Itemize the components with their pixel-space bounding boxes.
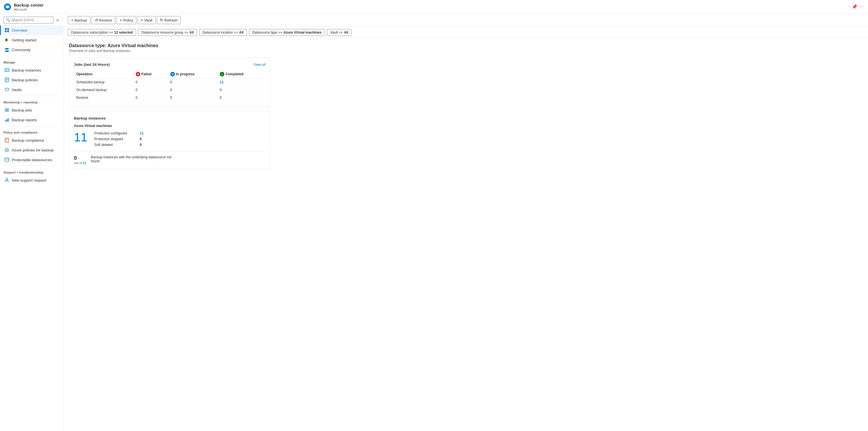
view-all-link[interactable]: View all — [254, 63, 266, 67]
col-completed: ✓ Completed — [217, 70, 266, 78]
sidebar-item-backup-reports[interactable]: Backup reports — [0, 115, 63, 125]
sidebar: 🔍 « Overview Getting started — [0, 14, 63, 431]
backup-button[interactable]: + Backup — [68, 16, 90, 24]
filter-subscription[interactable]: Datasource subscription == 12 selected — [68, 29, 136, 36]
toolbar: + Backup ↺ Restore + Policy + Vault ↻ — [63, 14, 868, 27]
sidebar-item-getting-started[interactable]: Getting started — [0, 35, 63, 45]
sidebar-item-overview[interactable]: Overview — [0, 25, 63, 35]
policy-divider — [3, 126, 60, 126]
svg-rect-3 — [5, 28, 7, 30]
vaults-label: Vaults — [12, 88, 22, 92]
svg-rect-19 — [5, 110, 9, 110]
collapse-sidebar-button[interactable]: « — [56, 17, 60, 23]
row1-completed: 11 — [217, 78, 266, 86]
filter-subscription-label: Datasource subscription == — [71, 30, 113, 34]
protection-stopped-label: Protection stopped — [94, 137, 137, 141]
filter-location[interactable]: Datasource location == All — [199, 29, 247, 36]
jobs-table: Operation ✕ Failed — [74, 70, 266, 102]
sidebar-header: 🔍 « — [0, 14, 63, 25]
svg-rect-13 — [5, 69, 8, 71]
community-icon — [4, 47, 9, 52]
footer-out-of-link[interactable]: 11 — [83, 161, 86, 165]
filter-subscription-value: 12 selected — [114, 30, 133, 34]
svg-point-8 — [5, 48, 7, 50]
more-button[interactable]: ··· — [859, 3, 865, 11]
sidebar-item-vaults[interactable]: Vaults — [0, 85, 63, 95]
completed-status-icon: ✓ — [220, 72, 224, 76]
sidebar-item-backup-jobs[interactable]: Backup jobs — [0, 105, 63, 115]
protection-configured-value[interactable]: 11 — [140, 131, 144, 135]
row2-completed: 0 — [217, 86, 266, 94]
svg-rect-28 — [5, 158, 9, 161]
filter-datasource-type[interactable]: Datasource type == Azure Virtual machine… — [249, 29, 325, 36]
backup-instances-icon — [4, 68, 9, 73]
jobs-table-header: Operation ✕ Failed — [74, 70, 266, 78]
detail-row-protection-stopped: Protection stopped 0 — [94, 137, 144, 141]
row1-completed-link[interactable]: 11 — [220, 80, 223, 84]
sidebar-item-backup-instances[interactable]: Backup instances — [0, 65, 63, 75]
search-input[interactable] — [11, 18, 51, 22]
footer-count-group: 0 out of 11 — [74, 155, 86, 165]
page-subtitle: Overview of Jobs and Backup instances — [69, 49, 862, 53]
refresh-button[interactable]: ↻ Refresh — [157, 16, 181, 24]
protectable-datasources-icon — [4, 157, 9, 162]
soft-deleted-value: 0 — [140, 143, 142, 147]
restore-label: Restore — [99, 18, 113, 23]
vault-button[interactable]: + Vault — [137, 16, 156, 24]
sidebar-item-new-support[interactable]: New support request — [0, 175, 63, 185]
policy-label: Policy — [123, 18, 133, 23]
row3-completed: 0 — [217, 94, 266, 102]
backup-policies-label: Backup policies — [12, 78, 38, 82]
footer-out-of: out of 11 — [74, 161, 86, 165]
sidebar-item-community[interactable]: Community — [0, 45, 63, 55]
support-divider — [3, 166, 60, 166]
top-bar: Backup center Microsoft 📌 ··· — [0, 0, 868, 14]
azure-policies-label: Azure policies for backup — [12, 148, 54, 152]
row2-operation: On-demand backup — [74, 86, 133, 94]
protection-configured-label: Protection configured — [94, 131, 137, 135]
failed-status-icon: ✕ — [136, 72, 141, 76]
svg-rect-5 — [5, 30, 7, 32]
backup-plus-icon: + — [71, 18, 73, 23]
filter-dt-label: Datasource type == — [252, 30, 282, 34]
jobs-card: Jobs (last 24 Hours) View all Operation — [69, 58, 270, 107]
sidebar-item-backup-compliance[interactable]: Backup compliance — [0, 135, 63, 145]
instances-grid: 11 Protection configured 11 Protection s… — [74, 131, 266, 147]
soft-deleted-label: Soft deleted — [94, 143, 137, 147]
getting-started-label: Getting started — [12, 38, 36, 42]
footer-description: Backup instances with the underlying dat… — [91, 155, 177, 163]
svg-rect-20 — [5, 111, 9, 111]
filter-rg-value: All — [189, 30, 194, 34]
row3-failed: 0 — [133, 94, 168, 102]
svg-point-11 — [7, 51, 9, 52]
policy-plus-icon: + — [120, 18, 122, 23]
sidebar-item-azure-policies[interactable]: Azure policies for backup — [0, 145, 63, 155]
sidebar-item-protectable-datasources[interactable]: Protectable datasources — [0, 155, 63, 165]
col-inprogress: ↻ In progress — [168, 70, 217, 78]
filter-vault-value: All — [344, 30, 348, 34]
getting-started-icon — [4, 37, 9, 42]
monitoring-divider — [3, 96, 60, 96]
col-failed: ✕ Failed — [133, 70, 168, 78]
backup-instances-card: Backup instances Azure Virtual machines … — [69, 111, 270, 169]
app-title-group: Backup center Microsoft — [14, 3, 43, 11]
jobs-card-title: Jobs (last 24 Hours) View all — [74, 62, 266, 67]
search-box[interactable]: 🔍 — [3, 16, 54, 24]
support-section-label: Support + troubleshooting — [0, 167, 63, 175]
svg-rect-22 — [7, 119, 7, 122]
filter-vault[interactable]: Vault == All — [327, 29, 351, 36]
search-icon: 🔍 — [6, 18, 10, 22]
policy-section-label: Policy and compliance — [0, 127, 63, 135]
app-subtitle: Microsoft — [14, 8, 43, 11]
pin-button[interactable]: 📌 — [850, 3, 859, 11]
azure-vm-subtitle: Azure Virtual machines — [74, 124, 266, 128]
policy-button[interactable]: + Policy — [117, 16, 136, 24]
sidebar-item-backup-policies[interactable]: Backup policies — [0, 75, 63, 85]
restore-button[interactable]: ↺ Restore — [91, 16, 116, 24]
row3-inprogress: 0 — [168, 94, 217, 102]
svg-rect-4 — [7, 28, 9, 30]
svg-point-9 — [7, 48, 9, 50]
app-title: Backup center — [14, 3, 43, 8]
overview-icon — [4, 28, 9, 33]
filter-resource-group[interactable]: Datasource resource group == All — [138, 29, 197, 36]
